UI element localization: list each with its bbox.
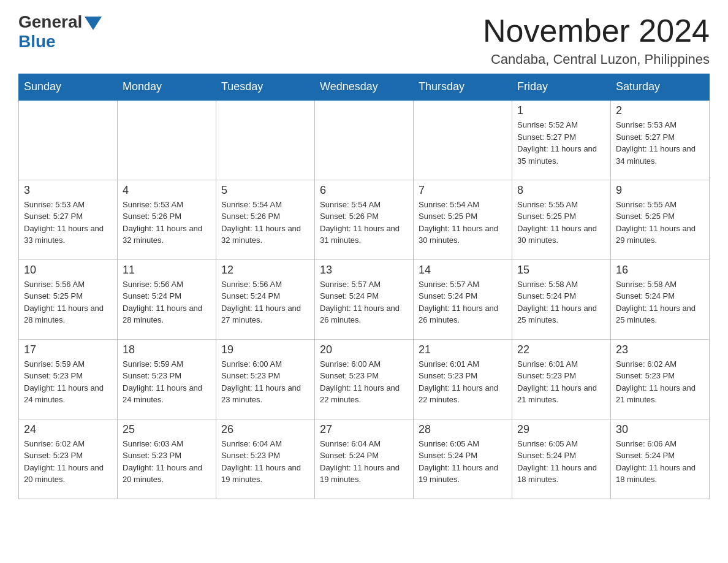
- day-number: 11: [123, 264, 211, 277]
- day-info: Sunrise: 6:05 AM Sunset: 5:24 PM Dayligh…: [419, 438, 507, 486]
- day-info: Sunrise: 5:53 AM Sunset: 5:27 PM Dayligh…: [616, 119, 704, 167]
- calendar-cell: 14Sunrise: 5:57 AM Sunset: 5:24 PM Dayli…: [414, 259, 512, 339]
- day-number: 23: [616, 343, 704, 356]
- day-info: Sunrise: 5:53 AM Sunset: 5:26 PM Dayligh…: [123, 199, 211, 247]
- day-number: 16: [616, 264, 704, 277]
- day-number: 20: [320, 343, 408, 356]
- day-info: Sunrise: 5:53 AM Sunset: 5:27 PM Dayligh…: [24, 199, 112, 247]
- calendar-cell: 13Sunrise: 5:57 AM Sunset: 5:24 PM Dayli…: [315, 259, 414, 339]
- day-info: Sunrise: 5:58 AM Sunset: 5:24 PM Dayligh…: [616, 278, 704, 326]
- day-info: Sunrise: 6:00 AM Sunset: 5:23 PM Dayligh…: [320, 358, 408, 406]
- day-number: 19: [221, 343, 309, 356]
- day-number: 15: [517, 264, 605, 277]
- calendar-cell: 2Sunrise: 5:53 AM Sunset: 5:27 PM Daylig…: [611, 100, 710, 180]
- day-info: Sunrise: 5:55 AM Sunset: 5:25 PM Dayligh…: [517, 199, 605, 247]
- day-info: Sunrise: 5:54 AM Sunset: 5:26 PM Dayligh…: [221, 199, 309, 247]
- weekday-header-tuesday: Tuesday: [216, 74, 315, 101]
- calendar-week-2: 10Sunrise: 5:56 AM Sunset: 5:25 PM Dayli…: [19, 259, 710, 339]
- weekday-header-thursday: Thursday: [414, 74, 512, 101]
- day-info: Sunrise: 6:03 AM Sunset: 5:23 PM Dayligh…: [123, 438, 211, 486]
- day-number: 7: [419, 184, 507, 197]
- calendar-cell: 28Sunrise: 6:05 AM Sunset: 5:24 PM Dayli…: [414, 419, 512, 499]
- day-number: 18: [123, 343, 211, 356]
- day-info: Sunrise: 6:01 AM Sunset: 5:23 PM Dayligh…: [419, 358, 507, 406]
- day-number: 22: [517, 343, 605, 356]
- calendar-cell: [19, 100, 118, 180]
- calendar-cell: 6Sunrise: 5:54 AM Sunset: 5:26 PM Daylig…: [315, 180, 414, 259]
- calendar-cell: 1Sunrise: 5:52 AM Sunset: 5:27 PM Daylig…: [512, 100, 611, 180]
- calendar-cell: 19Sunrise: 6:00 AM Sunset: 5:23 PM Dayli…: [216, 339, 315, 419]
- day-info: Sunrise: 5:55 AM Sunset: 5:25 PM Dayligh…: [616, 199, 704, 247]
- day-number: 24: [24, 423, 112, 436]
- day-info: Sunrise: 6:02 AM Sunset: 5:23 PM Dayligh…: [616, 358, 704, 406]
- day-info: Sunrise: 5:56 AM Sunset: 5:24 PM Dayligh…: [123, 278, 211, 326]
- calendar-cell: 30Sunrise: 6:06 AM Sunset: 5:24 PM Dayli…: [611, 419, 710, 499]
- weekday-header-friday: Friday: [512, 74, 611, 101]
- page-header: General Blue November 2024 Candaba, Cent…: [18, 12, 710, 67]
- calendar-cell: 20Sunrise: 6:00 AM Sunset: 5:23 PM Dayli…: [315, 339, 414, 419]
- calendar-cell: [216, 100, 315, 180]
- calendar-week-1: 3Sunrise: 5:53 AM Sunset: 5:27 PM Daylig…: [19, 180, 710, 259]
- day-number: 17: [24, 343, 112, 356]
- calendar-cell: 15Sunrise: 5:58 AM Sunset: 5:24 PM Dayli…: [512, 259, 611, 339]
- day-info: Sunrise: 6:06 AM Sunset: 5:24 PM Dayligh…: [616, 438, 704, 486]
- day-info: Sunrise: 5:56 AM Sunset: 5:25 PM Dayligh…: [24, 278, 112, 326]
- day-info: Sunrise: 5:56 AM Sunset: 5:24 PM Dayligh…: [221, 278, 309, 326]
- calendar-cell: 4Sunrise: 5:53 AM Sunset: 5:26 PM Daylig…: [118, 180, 216, 259]
- logo-blue-text: Blue: [18, 32, 56, 52]
- calendar-cell: 27Sunrise: 6:04 AM Sunset: 5:24 PM Dayli…: [315, 419, 414, 499]
- calendar-cell: 23Sunrise: 6:02 AM Sunset: 5:23 PM Dayli…: [611, 339, 710, 419]
- calendar-cell: 9Sunrise: 5:55 AM Sunset: 5:25 PM Daylig…: [611, 180, 710, 259]
- weekday-header-saturday: Saturday: [611, 74, 710, 101]
- day-number: 25: [123, 423, 211, 436]
- calendar-cell: [414, 100, 512, 180]
- day-info: Sunrise: 6:00 AM Sunset: 5:23 PM Dayligh…: [221, 358, 309, 406]
- day-number: 9: [616, 184, 704, 197]
- day-info: Sunrise: 5:58 AM Sunset: 5:24 PM Dayligh…: [517, 278, 605, 326]
- day-number: 3: [24, 184, 112, 197]
- day-info: Sunrise: 5:57 AM Sunset: 5:24 PM Dayligh…: [320, 278, 408, 326]
- day-number: 26: [221, 423, 309, 436]
- day-number: 2: [616, 104, 704, 117]
- day-number: 30: [616, 423, 704, 436]
- calendar-cell: 17Sunrise: 5:59 AM Sunset: 5:23 PM Dayli…: [19, 339, 118, 419]
- calendar-cell: 29Sunrise: 6:05 AM Sunset: 5:24 PM Dayli…: [512, 419, 611, 499]
- calendar-cell: 16Sunrise: 5:58 AM Sunset: 5:24 PM Dayli…: [611, 259, 710, 339]
- day-number: 13: [320, 264, 408, 277]
- calendar-cell: 10Sunrise: 5:56 AM Sunset: 5:25 PM Dayli…: [19, 259, 118, 339]
- weekday-header-monday: Monday: [118, 74, 216, 101]
- day-number: 14: [419, 264, 507, 277]
- day-number: 5: [221, 184, 309, 197]
- day-number: 1: [517, 104, 605, 117]
- logo-triangle-icon: [85, 17, 102, 30]
- logo: General Blue: [18, 12, 102, 52]
- calendar-cell: 7Sunrise: 5:54 AM Sunset: 5:25 PM Daylig…: [414, 180, 512, 259]
- location-title: Candaba, Central Luzon, Philippines: [483, 52, 710, 67]
- day-number: 29: [517, 423, 605, 436]
- calendar-cell: 18Sunrise: 5:59 AM Sunset: 5:23 PM Dayli…: [118, 339, 216, 419]
- day-info: Sunrise: 5:59 AM Sunset: 5:23 PM Dayligh…: [24, 358, 112, 406]
- month-title: November 2024: [483, 12, 710, 49]
- calendar-week-3: 17Sunrise: 5:59 AM Sunset: 5:23 PM Dayli…: [19, 339, 710, 419]
- day-info: Sunrise: 6:04 AM Sunset: 5:23 PM Dayligh…: [221, 438, 309, 486]
- day-number: 27: [320, 423, 408, 436]
- day-number: 21: [419, 343, 507, 356]
- calendar-cell: 3Sunrise: 5:53 AM Sunset: 5:27 PM Daylig…: [19, 180, 118, 259]
- day-number: 12: [221, 264, 309, 277]
- day-info: Sunrise: 5:54 AM Sunset: 5:26 PM Dayligh…: [320, 199, 408, 247]
- calendar-table: SundayMondayTuesdayWednesdayThursdayFrid…: [18, 74, 710, 499]
- day-info: Sunrise: 5:54 AM Sunset: 5:25 PM Dayligh…: [419, 199, 507, 247]
- day-info: Sunrise: 6:01 AM Sunset: 5:23 PM Dayligh…: [517, 358, 605, 406]
- calendar-cell: 5Sunrise: 5:54 AM Sunset: 5:26 PM Daylig…: [216, 180, 315, 259]
- day-info: Sunrise: 5:59 AM Sunset: 5:23 PM Dayligh…: [123, 358, 211, 406]
- calendar-week-0: 1Sunrise: 5:52 AM Sunset: 5:27 PM Daylig…: [19, 100, 710, 180]
- day-info: Sunrise: 5:57 AM Sunset: 5:24 PM Dayligh…: [419, 278, 507, 326]
- day-info: Sunrise: 6:02 AM Sunset: 5:23 PM Dayligh…: [24, 438, 112, 486]
- calendar-cell: 8Sunrise: 5:55 AM Sunset: 5:25 PM Daylig…: [512, 180, 611, 259]
- day-number: 10: [24, 264, 112, 277]
- calendar-cell: 12Sunrise: 5:56 AM Sunset: 5:24 PM Dayli…: [216, 259, 315, 339]
- calendar-cell: 24Sunrise: 6:02 AM Sunset: 5:23 PM Dayli…: [19, 419, 118, 499]
- day-info: Sunrise: 5:52 AM Sunset: 5:27 PM Dayligh…: [517, 119, 605, 167]
- calendar-cell: [315, 100, 414, 180]
- calendar-cell: 25Sunrise: 6:03 AM Sunset: 5:23 PM Dayli…: [118, 419, 216, 499]
